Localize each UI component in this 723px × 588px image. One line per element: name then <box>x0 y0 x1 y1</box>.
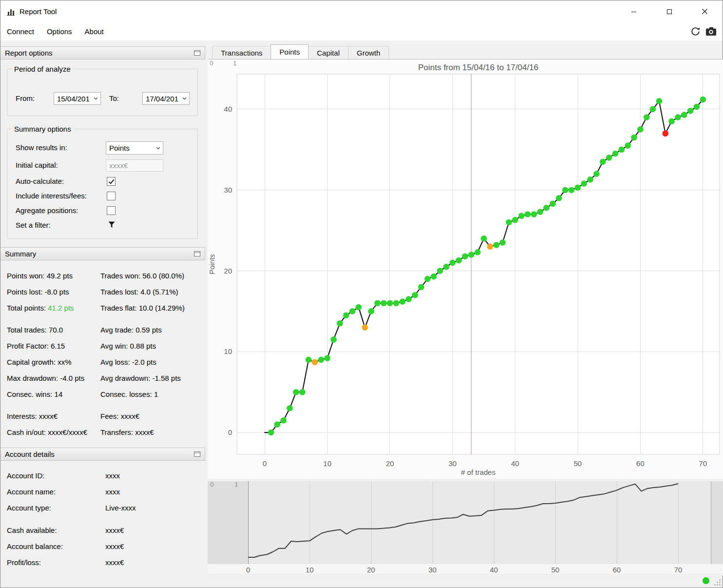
tab-points[interactable]: Points <box>271 44 309 59</box>
trade-marker-win <box>587 176 593 183</box>
overview-tick-label: 10 <box>306 566 314 574</box>
trade-marker-win <box>280 417 287 424</box>
x-tick-label: 60 <box>636 459 645 468</box>
summary-cell: Capital growth: xx% <box>0 358 100 366</box>
chevron-down-icon <box>154 147 163 150</box>
float-panel-icon[interactable] <box>194 50 200 56</box>
summary-text: Consec. wins: 14 <box>7 390 62 398</box>
summary-cell: Consec. wins: 14 <box>0 390 100 398</box>
auto-calculate-checkbox[interactable] <box>107 177 116 186</box>
tab-capital[interactable]: Capital <box>308 46 349 59</box>
to-label: To: <box>109 94 119 103</box>
account-value: xxxx <box>105 488 120 496</box>
close-button[interactable] <box>687 0 723 22</box>
summary-text: 41.2 pts <box>48 304 74 312</box>
summary-text: Trades lost: 4.0 (5.71%) <box>100 288 178 296</box>
trade-marker-win <box>443 264 449 270</box>
titlebar: Report Tool <box>0 0 723 22</box>
show-results-select[interactable]: Points <box>106 141 163 155</box>
refresh-icon[interactable] <box>690 26 701 37</box>
initial-capital-label: Initial capital: <box>16 160 58 170</box>
menu-item-options[interactable]: Options <box>40 22 78 40</box>
summary-cell: Max drawdown: -4.0 pts <box>0 374 100 382</box>
summary-text: Total trades: 70.0 <box>7 326 63 334</box>
minimize-icon <box>631 9 637 15</box>
trade-marker-win <box>355 304 362 311</box>
summary-text: Profit Factor: 6.15 <box>7 342 65 350</box>
x-tick-label: 70 <box>699 459 707 468</box>
agregate-positions-checkbox[interactable] <box>107 206 116 215</box>
trade-marker-win <box>575 185 581 191</box>
summary-header: Summary <box>0 247 205 260</box>
report-options-header: Report options <box>0 46 205 59</box>
trade-marker-win <box>274 421 280 428</box>
y-tick-label: 40 <box>224 105 232 113</box>
points-chart[interactable]: 010203040506070010203040Points from 15/0… <box>208 59 723 479</box>
overview-tick-label: 60 <box>613 566 621 574</box>
summary-text: Total points: <box>7 304 48 312</box>
tab-growth[interactable]: Growth <box>348 46 389 59</box>
trade-marker-win <box>393 300 399 307</box>
menu-item-connect[interactable]: Connect <box>0 22 40 40</box>
initial-capital-input[interactable] <box>106 159 163 172</box>
trade-marker-win <box>481 235 487 242</box>
float-panel-icon[interactable] <box>194 451 200 457</box>
summary-row: Points lost: -8.0 ptsTrades lost: 4.0 (5… <box>0 284 205 300</box>
tab-transactions[interactable]: Transactions <box>212 46 271 59</box>
summary-text: Trades flat: 10.0 (14.29%) <box>100 304 185 312</box>
summary-row: Cash in/out: xxxx€/xxxx€Transfers: xxxx€ <box>0 424 205 440</box>
float-panel-icon[interactable] <box>194 251 200 256</box>
account-details-title: Account details <box>5 450 55 458</box>
trade-marker-win <box>449 260 456 266</box>
trade-marker-win <box>687 108 694 114</box>
filter-icon[interactable] <box>107 220 116 229</box>
maximize-button[interactable] <box>651 0 687 22</box>
trade-marker-win <box>493 242 500 248</box>
resize-grip-icon[interactable] <box>714 579 721 586</box>
overview-tick-label: 70 <box>674 566 683 574</box>
overview-tick-label: 20 <box>367 566 375 574</box>
y-tick-label: 20 <box>224 267 232 275</box>
trade-marker-win <box>525 211 531 217</box>
to-date-select[interactable]: 17/04/201 <box>142 92 190 105</box>
trade-marker-win <box>549 201 556 207</box>
account-row: Account type:Live-xxxx <box>0 500 205 516</box>
camera-icon[interactable] <box>705 27 717 36</box>
from-label: From: <box>16 94 35 103</box>
menu-item-about[interactable]: About <box>78 22 110 40</box>
summary-rows: Points won: 49.2 ptsTrades won: 56.0 (80… <box>0 268 205 440</box>
chevron-down-icon <box>91 97 100 100</box>
account-row: Account name:xxxx <box>0 484 205 500</box>
from-date-select[interactable]: 15/04/201 <box>54 92 101 105</box>
trade-marker-win <box>531 211 537 217</box>
trade-marker-win <box>374 300 381 307</box>
summary-cell: Profit Factor: 6.15 <box>0 342 100 350</box>
summary-cell: Trades flat: 10.0 (14.29%) <box>100 304 185 312</box>
summary-cell: Avg drawdown: -1.58 pts <box>100 374 181 382</box>
trade-marker-win <box>544 205 550 211</box>
trade-marker-win <box>456 257 462 264</box>
summary-cell: Fees: xxxx€ <box>100 412 139 420</box>
account-value: xxxx€ <box>105 558 124 567</box>
right-panel: TransactionsPointsCapitalGrowth 01020304… <box>208 44 723 575</box>
trade-marker-loss <box>663 130 669 137</box>
trade-marker-win <box>306 357 312 363</box>
summary-title: Summary <box>5 250 36 258</box>
overview-background <box>208 481 723 564</box>
trade-marker-win <box>324 355 331 361</box>
corner-label: 1 <box>233 59 236 67</box>
trade-marker-win <box>425 276 431 282</box>
include-fees-checkbox[interactable] <box>107 192 116 200</box>
summary-text: Transfers: xxxx€ <box>100 428 154 436</box>
summary-options-group-title: Summary options <box>12 124 74 134</box>
summary-text: Consec. losses: 1 <box>100 390 158 398</box>
to-date-value: 17/04/201 <box>146 95 178 103</box>
summary-text: Points lost: -8.0 pts <box>7 288 69 296</box>
trade-marker-win <box>287 405 293 412</box>
summary-text: Cash in/out: xxxx€/xxxx€ <box>7 428 87 436</box>
trade-marker-win <box>430 274 437 280</box>
overview-chart[interactable]: 01010203040506070 <box>208 481 723 575</box>
minimize-button[interactable] <box>616 0 651 22</box>
trade-marker-win <box>412 292 418 298</box>
trade-marker-win <box>600 158 606 165</box>
